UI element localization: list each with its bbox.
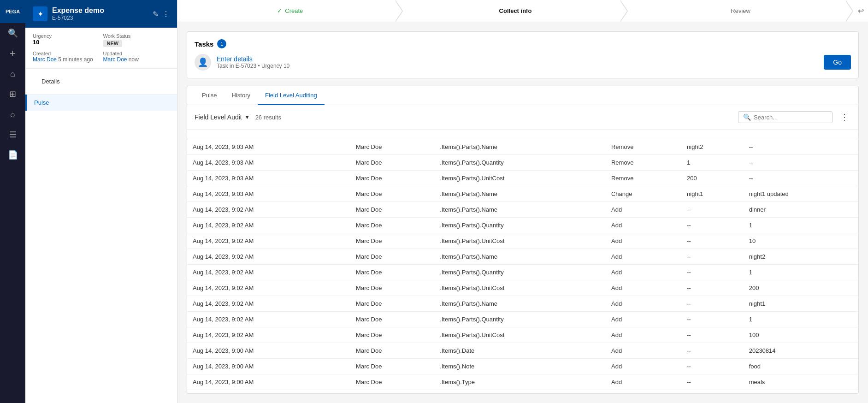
filter-label: Field Level Audit bbox=[195, 113, 242, 121]
sidebar-header: ✦ Expense demo E-57023 ✎ ⋮ bbox=[25, 0, 177, 28]
tab-pulse[interactable]: Pulse bbox=[195, 86, 224, 105]
task-name[interactable]: Enter details bbox=[217, 55, 818, 63]
created-label: Created bbox=[33, 51, 100, 56]
table-row: Aug 14, 2023, 9:02 AMMarc Doe.Items().Pa… bbox=[187, 218, 858, 233]
audit-filter-button[interactable]: Field Level Audit ▼ bbox=[195, 113, 250, 121]
more-options-button[interactable]: ⋮ bbox=[838, 111, 851, 124]
home-icon[interactable]: ⌂ bbox=[0, 64, 25, 84]
app-icon: ✦ bbox=[33, 6, 47, 21]
edit-icon[interactable]: ✎ bbox=[153, 10, 159, 18]
pega-logo[interactable]: PEGA bbox=[0, 0, 25, 23]
progress-bar: ✓ Create Collect info Review ↩ bbox=[177, 0, 868, 22]
table-row: Aug 14, 2023, 9:00 AMMarc Doe.Items().No… bbox=[187, 359, 858, 374]
urgency-label: Urgency bbox=[33, 33, 100, 39]
task-avatar: 👤 bbox=[195, 54, 211, 71]
table-row: Aug 14, 2023, 9:02 AMMarc Doe.Items().Pa… bbox=[187, 296, 858, 312]
list-icon[interactable]: ☰ bbox=[0, 124, 25, 145]
search-input[interactable] bbox=[754, 114, 827, 121]
table-row: Aug 14, 2023, 9:03 AMMarc Doe.Items().Pa… bbox=[187, 186, 858, 202]
table-row: Aug 14, 2023, 9:02 AMMarc Doe.Items().Pa… bbox=[187, 327, 858, 343]
updated-label: Updated bbox=[103, 51, 170, 56]
status-badge: NEW bbox=[103, 40, 123, 47]
table-row: Aug 14, 2023, 9:00 AMMarc Doe.Items().Ty… bbox=[187, 374, 858, 390]
tab-history[interactable]: History bbox=[224, 86, 258, 105]
tasks-count-badge: 1 bbox=[217, 39, 226, 48]
col-new bbox=[744, 130, 858, 139]
updated-time: now bbox=[129, 56, 139, 63]
work-status-label: Work Status bbox=[103, 33, 170, 39]
col-property bbox=[434, 130, 606, 139]
tasks-title: Tasks bbox=[195, 40, 213, 48]
audit-table-body: Aug 14, 2023, 9:03 AMMarc Doe.Items().Pa… bbox=[187, 139, 858, 394]
table-row: Aug 14, 2023, 9:02 AMMarc Doe.Items().Pa… bbox=[187, 280, 858, 296]
filter-chevron-icon: ▼ bbox=[245, 114, 250, 120]
add-icon[interactable]: + bbox=[0, 43, 25, 64]
table-row: Aug 14, 2023, 9:02 AMMarc Doe.Items().Pa… bbox=[187, 202, 858, 218]
col-previous bbox=[681, 130, 744, 139]
created-time: 5 minutes ago bbox=[58, 56, 93, 63]
table-row: Aug 14, 2023, 9:02 AMMarc Doe.Items().Pa… bbox=[187, 312, 858, 327]
collapse-button[interactable]: ↩ bbox=[853, 4, 868, 18]
document-icon[interactable]: 📄 bbox=[0, 145, 25, 165]
sidebar-panel: ✦ Expense demo E-57023 ✎ ⋮ Urgency 10 Wo… bbox=[25, 0, 177, 403]
table-row: Aug 14, 2023, 9:00 AMMarc Doe.Items().Da… bbox=[187, 390, 858, 394]
task-sub: Task in E-57023 • Urgency 10 bbox=[217, 63, 818, 69]
created-by-link[interactable]: Marc Doe bbox=[33, 56, 57, 63]
search2-icon[interactable]: ⌕ bbox=[0, 104, 25, 124]
updated-by-link[interactable]: Marc Doe bbox=[103, 56, 127, 63]
col-action bbox=[606, 130, 681, 139]
table-row: Aug 14, 2023, 9:02 AMMarc Doe.Items().Pa… bbox=[187, 265, 858, 280]
sidebar-meta: Urgency 10 Work Status NEW Created Marc … bbox=[25, 28, 177, 69]
search-box: 🔍 bbox=[738, 111, 833, 123]
sidebar-item-details[interactable]: Details bbox=[33, 73, 170, 89]
col-operator bbox=[350, 130, 434, 139]
col-date bbox=[187, 130, 350, 139]
audit-table-wrapper[interactable]: Aug 14, 2023, 9:03 AMMarc Doe.Items().Pa… bbox=[187, 130, 858, 393]
left-navigation: PEGA 🔍 + ⌂ ⊞ ⌕ ☰ 📄 bbox=[0, 0, 25, 403]
go-button[interactable]: Go bbox=[824, 55, 851, 70]
table-row: Aug 14, 2023, 9:03 AMMarc Doe.Items().Pa… bbox=[187, 155, 858, 171]
step-create: ✓ Create bbox=[177, 0, 403, 22]
table-header-row bbox=[187, 130, 858, 139]
sidebar-item-pulse[interactable]: Pulse bbox=[25, 95, 177, 111]
content-area: Tasks 1 👤 Enter details Task in E-57023 … bbox=[177, 22, 868, 403]
grid-icon[interactable]: ⊞ bbox=[0, 84, 25, 104]
audit-card: Pulse History Field Level Auditing Field… bbox=[187, 86, 859, 394]
tasks-card: Tasks 1 👤 Enter details Task in E-57023 … bbox=[187, 31, 859, 78]
step-collect-info: Collect info bbox=[403, 0, 628, 22]
more-options-icon[interactable]: ⋮ bbox=[162, 10, 170, 18]
table-row: Aug 14, 2023, 9:03 AMMarc Doe.Items().Pa… bbox=[187, 139, 858, 155]
app-name: Expense demo bbox=[52, 6, 104, 15]
urgency-value: 10 bbox=[33, 39, 100, 46]
audit-toolbar: Field Level Audit ▼ 26 results 🔍 ⋮ bbox=[187, 105, 858, 130]
tab-field-level-auditing[interactable]: Field Level Auditing bbox=[258, 86, 325, 105]
table-row: Aug 14, 2023, 9:02 AMMarc Doe.Items().Pa… bbox=[187, 233, 858, 249]
table-row: Aug 14, 2023, 9:03 AMMarc Doe.Items().Pa… bbox=[187, 171, 858, 186]
search-icon[interactable]: 🔍 bbox=[0, 23, 25, 43]
audit-table: Aug 14, 2023, 9:03 AMMarc Doe.Items().Pa… bbox=[187, 130, 858, 393]
task-item: 👤 Enter details Task in E-57023 • Urgenc… bbox=[195, 54, 851, 71]
table-row: Aug 14, 2023, 9:00 AMMarc Doe.Items().Da… bbox=[187, 343, 858, 359]
search-icon: 🔍 bbox=[743, 113, 751, 121]
case-id: E-57023 bbox=[52, 15, 104, 21]
tabs-row: Pulse History Field Level Auditing bbox=[187, 86, 858, 105]
table-row: Aug 14, 2023, 9:02 AMMarc Doe.Items().Pa… bbox=[187, 249, 858, 265]
main-content: ✓ Create Collect info Review ↩ Tasks 1 👤… bbox=[177, 0, 868, 403]
step-review: Review bbox=[628, 0, 853, 22]
audit-results-count: 26 results bbox=[255, 114, 281, 121]
